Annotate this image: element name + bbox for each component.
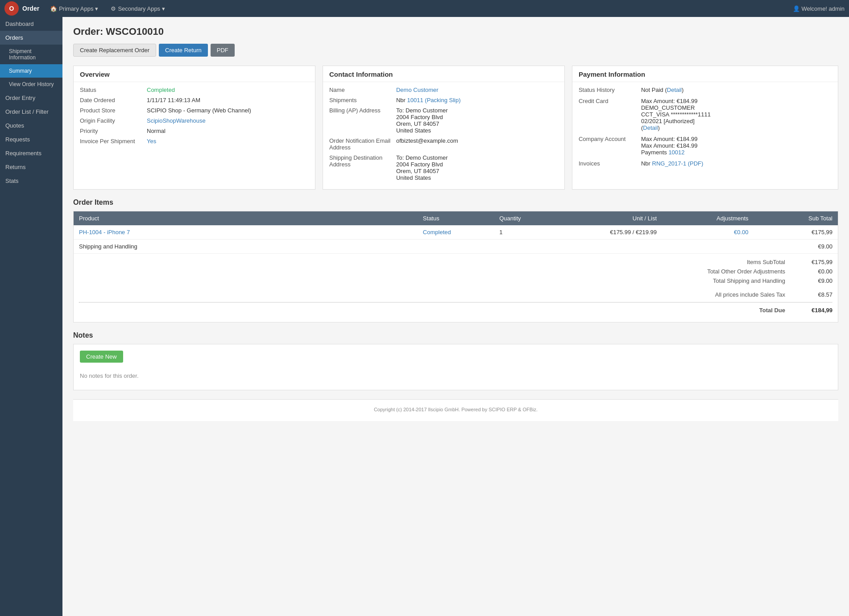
store-value: SCIPIO Shop - Germany (Web Channel): [147, 107, 309, 114]
notification-value: ofbiztest@example.com: [396, 137, 558, 144]
notification-label: Order Notification Email Address: [329, 137, 392, 151]
overview-body: Status Completed Date Ordered 1/11/17 11…: [74, 82, 315, 153]
adjustments-link[interactable]: €0.00: [734, 229, 749, 236]
date-label: Date Ordered: [80, 97, 142, 103]
items-subtotal-value: €175,99: [792, 259, 832, 265]
total-shipping-value: €9.00: [792, 277, 832, 284]
order-items-table: Product Status Quantity Unit / List Adju…: [74, 211, 838, 254]
cog-icon: ⚙: [111, 5, 116, 12]
create-return-button[interactable]: Create Return: [159, 44, 208, 57]
totals-divider: [79, 302, 832, 303]
create-replacement-button[interactable]: Create Replacement Order: [73, 44, 156, 57]
payment-credit-row: Credit Card Max Amount: €184.99 DEMO_CUS…: [579, 98, 832, 131]
overview-facility-row: Origin Facility ScipioShopWarehouse: [80, 117, 309, 124]
nav-secondary-apps[interactable]: ⚙ Secondary Apps ▾: [104, 0, 171, 17]
chevron-down-icon: ▾: [95, 5, 98, 12]
total-due-value: €184,99: [792, 307, 832, 314]
priority-value: Normal: [147, 128, 309, 134]
overview-priority-row: Priority Normal: [80, 128, 309, 134]
contact-name-row: Name Demo Customer: [329, 87, 558, 93]
shipments-value: Nbr 10011 (Packing Slip): [396, 97, 558, 103]
contact-shipping-row: Shipping Destination Address To: Demo Cu…: [329, 154, 558, 181]
overview-store-row: Product Store SCIPIO Shop - Germany (Web…: [80, 107, 309, 114]
sidebar: Dashboard Orders Shipment Information Su…: [0, 17, 62, 616]
facility-label: Origin Facility: [80, 117, 142, 124]
company-account-label: Company Account: [579, 136, 637, 142]
brand-logo: O: [4, 1, 19, 16]
sidebar-item-shipment-information[interactable]: Shipment Information: [0, 45, 62, 64]
adjustments-cell: €0.00: [662, 225, 754, 240]
payment-status-row: Status History Not Paid (Detail): [579, 87, 832, 93]
sidebar-item-view-order-history[interactable]: View Order History: [0, 78, 62, 91]
product-link[interactable]: PH-1004 - iPhone 7: [79, 229, 130, 236]
shipping-label: Shipping Destination Address: [329, 154, 392, 168]
shipping-qty-cell: [494, 240, 555, 254]
pdf-button[interactable]: PDF: [211, 44, 235, 57]
payment-status-value: Not Paid (Detail): [641, 87, 832, 93]
invoices-value: Nbr RNG_2017-1 (PDF): [641, 160, 832, 167]
col-header-quantity: Quantity: [494, 211, 555, 225]
item-status-link[interactable]: Completed: [423, 229, 451, 236]
payment-header: Payment Information: [572, 66, 838, 82]
overview-date-row: Date Ordered 1/11/17 11:49:13 AM: [80, 97, 309, 103]
total-shipping-row: Total Shipping and Handling €9.00: [79, 276, 832, 285]
sidebar-item-orders[interactable]: Orders: [0, 31, 62, 45]
user-menu[interactable]: 👤 Welcome! admin: [793, 5, 845, 12]
customer-link[interactable]: Demo Customer: [396, 87, 439, 93]
total-due-row: Total Due €184,99: [79, 306, 832, 315]
payment-invoices-row: Invoices Nbr RNG_2017-1 (PDF): [579, 160, 832, 167]
shipments-label: Shipments: [329, 97, 392, 103]
sidebar-item-order-entry[interactable]: Order Entry: [0, 91, 62, 105]
invoice-value: Yes: [147, 138, 309, 145]
sidebar-item-requests[interactable]: Requests: [0, 132, 62, 146]
payment-company-row: Company Account Max Amount: €184.99 Max …: [579, 136, 832, 156]
overview-invoice-row: Invoice Per Shipment Yes: [80, 138, 309, 145]
sidebar-item-quotes[interactable]: Quotes: [0, 119, 62, 132]
name-value: Demo Customer: [396, 87, 558, 93]
page-title: Order: WSCO10010: [73, 26, 838, 37]
overview-card: Overview Status Completed Date Ordered 1…: [73, 66, 315, 190]
sidebar-item-requirements[interactable]: Requirements: [0, 146, 62, 160]
payment-detail-link[interactable]: Detail: [667, 87, 682, 93]
contact-billing-row: Billing (AP) Address To: Demo Customer 2…: [329, 107, 558, 134]
chevron-down-icon: ▾: [162, 5, 165, 12]
credit-card-label: Credit Card: [579, 98, 637, 104]
sidebar-item-summary[interactable]: Summary: [0, 64, 62, 78]
name-label: Name: [329, 87, 392, 93]
total-other-value: €0.00: [792, 268, 832, 275]
invoice-link[interactable]: Yes: [147, 138, 156, 145]
col-header-subtotal: Sub Total: [754, 211, 838, 225]
contact-shipments-row: Shipments Nbr 10011 (Packing Slip): [329, 97, 558, 103]
nav-primary-apps[interactable]: 🏠 Primary Apps ▾: [44, 0, 104, 17]
company-payments-link[interactable]: 10012: [668, 149, 684, 156]
notes-empty-message: No notes for this order.: [80, 368, 832, 384]
notes-section: Create New No notes for this order.: [73, 344, 838, 390]
items-subtotal-row: Items SubTotal €175,99: [79, 257, 832, 267]
brand-name: Order: [22, 5, 39, 12]
date-value: 1/11/17 11:49:13 AM: [147, 97, 309, 103]
status-label: Status: [80, 87, 142, 93]
unit-list-cell: €175.99 / €219.99: [555, 225, 662, 240]
footer: Copyright (c) 2014-2017 Ilscipio GmbH. P…: [73, 399, 838, 421]
table-row: PH-1004 - iPhone 7 Completed 1 €175.99 /…: [74, 225, 838, 240]
brand: O Order: [4, 1, 39, 16]
credit-detail-link[interactable]: Detail: [643, 124, 658, 131]
shipments-link[interactable]: 10011 (Packing Slip): [407, 97, 461, 103]
total-shipping-label: Total Shipping and Handling: [694, 277, 792, 284]
credit-card-value: Max Amount: €184.99 DEMO_CUSTOMER CCT_VI…: [641, 98, 832, 131]
nav-left: O Order 🏠 Primary Apps ▾ ⚙ Secondary App…: [4, 0, 171, 17]
status-value: Completed: [147, 87, 309, 93]
contact-header: Contact Information: [323, 66, 564, 82]
col-header-adjustments: Adjustments: [662, 211, 754, 225]
sidebar-item-stats[interactable]: Stats: [0, 174, 62, 188]
create-note-button[interactable]: Create New: [80, 351, 123, 363]
sidebar-item-returns[interactable]: Returns: [0, 160, 62, 174]
col-header-product: Product: [74, 211, 418, 225]
payment-card: Payment Information Status History Not P…: [572, 66, 838, 190]
sidebar-item-dashboard[interactable]: Dashboard: [0, 17, 62, 31]
contact-body: Name Demo Customer Shipments Nbr 10011 (…: [323, 82, 564, 189]
facility-link[interactable]: ScipioShopWarehouse: [147, 117, 206, 124]
invoice-link[interactable]: RNG_2017-1 (PDF): [652, 160, 704, 167]
payment-body: Status History Not Paid (Detail) Credit …: [572, 82, 838, 176]
sidebar-item-order-list-filter[interactable]: Order List / Filter: [0, 105, 62, 119]
